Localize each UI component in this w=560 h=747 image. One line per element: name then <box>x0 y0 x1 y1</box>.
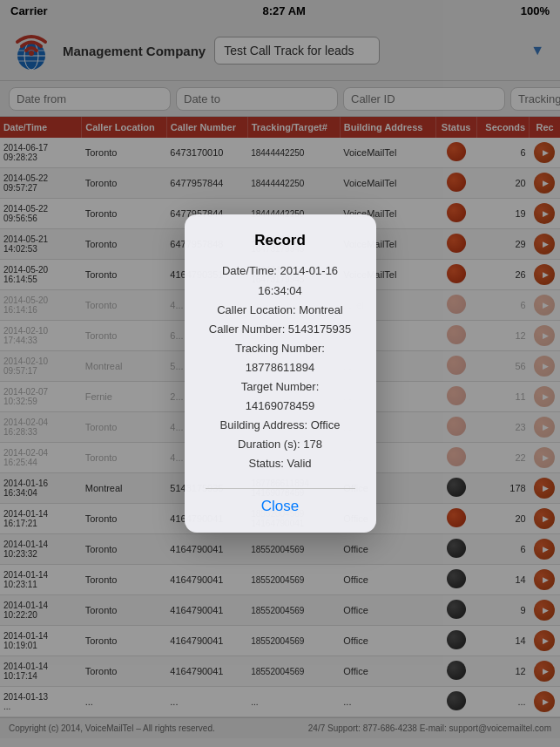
modal-close-button[interactable]: Close <box>206 489 355 515</box>
modal-field: Status: Valid <box>206 454 355 473</box>
modal-body: Date/Time: 2014-01-16 16:34:04Caller Loc… <box>206 261 355 473</box>
modal-title: Record <box>206 232 355 249</box>
modal-overlay[interactable]: Record Date/Time: 2014-01-16 16:34:04Cal… <box>0 0 560 747</box>
modal-field: Duration (s): 178 <box>206 435 355 454</box>
modal-field: Building Address: Office <box>206 416 355 435</box>
record-modal: Record Date/Time: 2014-01-16 16:34:04Cal… <box>185 214 376 532</box>
modal-field: Target Number: 14169078459 <box>206 377 355 416</box>
modal-field: Tracking Number: 18778611894 <box>206 339 355 377</box>
modal-field: Date/Time: 2014-01-16 16:34:04 <box>206 261 355 300</box>
modal-field: Caller Location: Montreal <box>206 301 355 320</box>
modal-field: Caller Number: 5143175935 <box>206 320 355 339</box>
